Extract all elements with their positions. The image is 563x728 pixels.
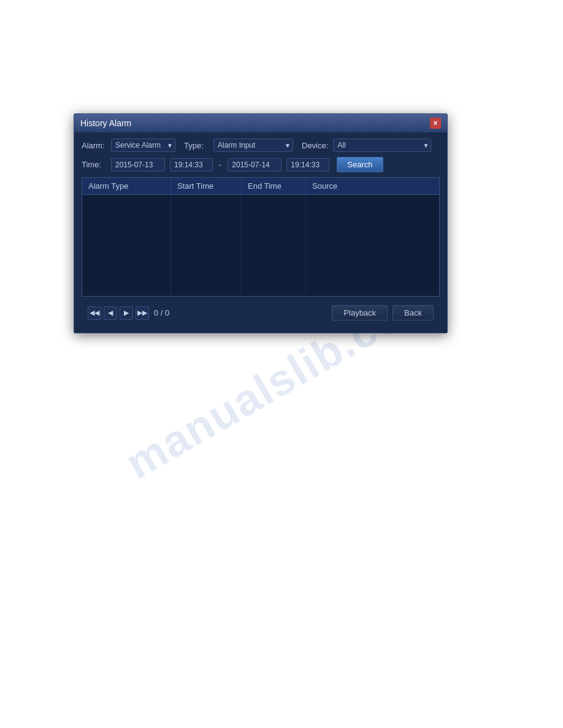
col-alarm-type: Alarm Type xyxy=(82,178,171,194)
empty-col-3 xyxy=(242,195,306,296)
device-select[interactable]: All xyxy=(333,138,431,152)
history-alarm-dialog: History Alarm × Alarm: Service Alarm ▼ T… xyxy=(74,113,448,333)
time-row: Time: - Search xyxy=(82,157,440,172)
col-end-time: End Time xyxy=(242,178,306,194)
last-page-button[interactable]: ▶▶ xyxy=(136,306,149,320)
close-button[interactable]: × xyxy=(430,118,441,129)
col-start-time: Start Time xyxy=(171,178,242,194)
start-date-input[interactable] xyxy=(111,158,165,172)
next-page-button[interactable]: ▶ xyxy=(120,306,133,320)
start-time-input[interactable] xyxy=(170,158,213,172)
back-button[interactable]: Back xyxy=(393,305,434,320)
search-button[interactable]: Search xyxy=(337,157,383,172)
alarm-row: Alarm: Service Alarm ▼ Type: Alarm Input… xyxy=(82,138,440,152)
alarm-label: Alarm: xyxy=(82,141,106,150)
empty-col-1 xyxy=(82,195,171,296)
footer: ◀◀ ◀ ▶ ▶▶ 0 / 0 Playback Back xyxy=(82,300,440,327)
empty-col-4 xyxy=(306,195,439,296)
dialog-title: History Alarm xyxy=(80,118,131,128)
page-info: 0 / 0 xyxy=(154,308,169,317)
table-header: Alarm Type Start Time End Time Source xyxy=(82,178,439,195)
device-label: Device: xyxy=(302,141,328,150)
type-label: Type: xyxy=(184,141,209,150)
dialog-titlebar: History Alarm × xyxy=(74,114,447,132)
type-select[interactable]: Alarm Input xyxy=(213,138,293,152)
pagination: ◀◀ ◀ ▶ ▶▶ 0 / 0 xyxy=(88,306,169,320)
playback-button[interactable]: Playback xyxy=(332,305,388,320)
alarm-table: Alarm Type Start Time End Time Source xyxy=(82,177,440,297)
footer-buttons: Playback Back xyxy=(332,305,434,320)
table-body xyxy=(82,195,439,296)
empty-col-2 xyxy=(171,195,242,296)
date-separator: - xyxy=(218,160,223,169)
alarm-select[interactable]: Service Alarm xyxy=(111,138,175,152)
prev-page-button[interactable]: ◀ xyxy=(104,306,117,320)
end-time-input[interactable] xyxy=(286,158,329,172)
end-date-input[interactable] xyxy=(228,158,282,172)
alarm-select-wrapper[interactable]: Service Alarm ▼ xyxy=(111,138,175,152)
device-select-wrapper[interactable]: All ▼ xyxy=(333,138,431,152)
col-source: Source xyxy=(306,178,439,194)
type-select-wrapper[interactable]: Alarm Input ▼ xyxy=(213,138,293,152)
first-page-button[interactable]: ◀◀ xyxy=(88,306,101,320)
time-label: Time: xyxy=(82,160,106,169)
dialog-body: Alarm: Service Alarm ▼ Type: Alarm Input… xyxy=(74,132,447,333)
